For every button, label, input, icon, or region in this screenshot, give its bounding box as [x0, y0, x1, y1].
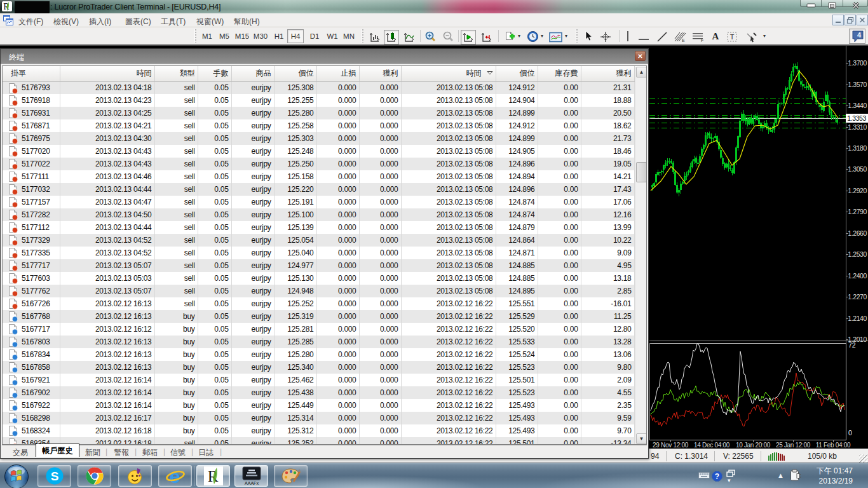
svg-text:T: T — [730, 33, 735, 41]
svg-text:1.3050: 1.3050 — [848, 165, 867, 173]
svg-text:e: e — [169, 466, 180, 485]
svg-text:E: E — [682, 38, 685, 43]
svg-text:10 Jan 20:00: 10 Jan 20:00 — [736, 442, 771, 449]
svg-text:F: F — [701, 38, 703, 43]
svg-text:1.2530: 1.2530 — [848, 250, 867, 258]
svg-text:29 Nov 12:00: 29 Nov 12:00 — [653, 442, 689, 449]
svg-text:1.2270: 1.2270 — [848, 293, 867, 301]
svg-text:1.3180: 1.3180 — [848, 144, 867, 152]
svg-text:0: 0 — [848, 429, 852, 437]
svg-text:1.3310: 1.3310 — [848, 123, 867, 131]
svg-text:1.2790: 1.2790 — [848, 208, 867, 215]
svg-text:14 Dec 04:00: 14 Dec 04:00 — [694, 442, 730, 449]
svg-text:11 Feb 04:00: 11 Feb 04:00 — [816, 442, 851, 449]
svg-text:1.2660: 1.2660 — [848, 229, 867, 237]
svg-text:S: S — [50, 470, 58, 483]
svg-text:4: 4 — [857, 31, 862, 39]
svg-text:AAAFx: AAAFx — [245, 481, 259, 485]
svg-text:1.2140: 1.2140 — [848, 315, 867, 322]
svg-text:1.3353: 1.3353 — [847, 114, 866, 122]
svg-text:1.3440: 1.3440 — [848, 102, 867, 109]
svg-text:25 Jan 12:00: 25 Jan 12:00 — [776, 442, 811, 449]
svg-text:1.2920: 1.2920 — [848, 187, 867, 194]
svg-text:?: ? — [715, 472, 719, 481]
svg-text:72: 72 — [848, 341, 856, 349]
svg-text:A: A — [712, 31, 719, 41]
svg-text:1.3570: 1.3570 — [848, 81, 867, 88]
svg-text:1.2400: 1.2400 — [848, 272, 867, 280]
svg-text:1.3700: 1.3700 — [848, 59, 867, 67]
